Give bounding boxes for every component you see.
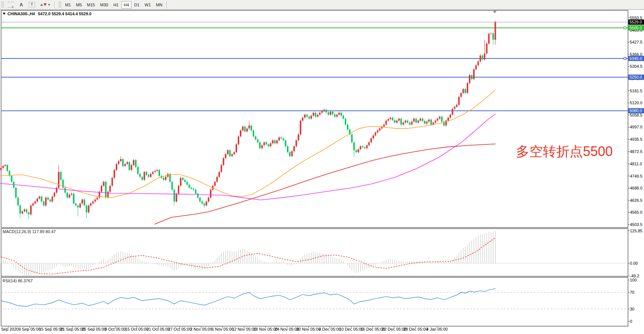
chart-canvas[interactable]: 5550.55489.05427.55366.05304.55243.05181… bbox=[0, 0, 644, 334]
timeframe-button-d1[interactable]: D1 bbox=[132, 1, 142, 9]
svg-text:15 Oct 05:00: 15 Oct 05:00 bbox=[125, 327, 149, 331]
toolbar-separator bbox=[166, 1, 168, 9]
svg-text:4 Jan 05:00: 4 Jan 05:00 bbox=[426, 327, 448, 331]
text-icon: A bbox=[20, 2, 23, 7]
svg-text:28 Dec 05:00: 28 Dec 05:00 bbox=[404, 327, 428, 331]
toolbar-grip[interactable] bbox=[1, 1, 4, 8]
arrows-tool-button[interactable] bbox=[38, 1, 52, 9]
macd-signal-line bbox=[1, 238, 495, 274]
svg-text:15 Sep 05:00: 15 Sep 05:00 bbox=[39, 327, 63, 331]
svg-text:3 Sep 2020: 3 Sep 2020 bbox=[0, 327, 19, 331]
ohlc-values: 5472.0 5529.4 5414.4 5529.0 bbox=[38, 12, 92, 16]
svg-text:24 Nov 05:00: 24 Nov 05:00 bbox=[275, 327, 299, 331]
svg-text:4565.0: 4565.0 bbox=[630, 210, 643, 214]
timeframe-button-h4[interactable]: H4 bbox=[121, 1, 131, 9]
ma-fast-orange-line bbox=[0, 90, 495, 198]
svg-text:125.85: 125.85 bbox=[630, 229, 643, 233]
svg-text:27 Oct 05:00: 27 Oct 05:00 bbox=[168, 327, 191, 331]
rsi-axis[interactable]: 10070300 bbox=[628, 278, 637, 324]
svg-text:10 Dec 05:00: 10 Dec 05:00 bbox=[339, 327, 363, 331]
svg-text:16 Dec 05:00: 16 Dec 05:00 bbox=[360, 327, 385, 331]
toolbar-separator bbox=[54, 1, 56, 9]
timeframe-button-m5[interactable]: M5 bbox=[74, 1, 84, 9]
chevron-down-icon bbox=[48, 4, 50, 6]
svg-text:4626.5: 4626.5 bbox=[630, 198, 643, 203]
timeframe-button-h1[interactable]: H1 bbox=[111, 1, 121, 9]
svg-text:21 Oct 05:00: 21 Oct 05:00 bbox=[147, 327, 170, 331]
text-tool-button[interactable]: A bbox=[17, 1, 26, 9]
collapse-triangle-icon bbox=[3, 13, 6, 15]
symbol-period-label: CHINA300-,H4 bbox=[7, 12, 35, 16]
timeframe-button-m15[interactable]: M15 bbox=[85, 1, 97, 9]
svg-text:70: 70 bbox=[630, 290, 634, 295]
svg-text:21 Sep 05:00: 21 Sep 05:00 bbox=[60, 327, 85, 331]
svg-text:30: 30 bbox=[630, 307, 634, 311]
svg-text:5550.5: 5550.5 bbox=[630, 16, 643, 20]
svg-text:30 Nov 05:00: 30 Nov 05:00 bbox=[296, 327, 321, 331]
svg-text:4749.5: 4749.5 bbox=[630, 174, 643, 178]
svg-text:4811.0: 4811.0 bbox=[630, 162, 642, 166]
svg-text:2 Nov 05:00: 2 Nov 05:00 bbox=[190, 327, 212, 331]
svg-text:22 Dec 05:00: 22 Dec 05:00 bbox=[382, 327, 406, 331]
annotation-text[interactable]: 多空转折点5500 bbox=[516, 144, 613, 159]
timeframe-button-m1[interactable]: M1 bbox=[63, 1, 73, 9]
chart-shift-marker-icon[interactable] bbox=[493, 11, 497, 13]
fibonacci-tool-button[interactable]: F bbox=[6, 1, 16, 9]
candle-wicks-layer bbox=[1, 21, 495, 219]
svg-text:5529.0: 5529.0 bbox=[629, 20, 642, 24]
svg-text:0: 0 bbox=[630, 319, 632, 324]
macd-axis[interactable]: 125.850.00-49.2 bbox=[628, 229, 643, 279]
svg-text:4935.5: 4935.5 bbox=[630, 137, 643, 141]
date-axis[interactable]: 3 Sep 20209 Sep 05:0015 Sep 05:0021 Sep … bbox=[0, 327, 448, 331]
rsi-line bbox=[1, 288, 495, 306]
svg-text:5427.5: 5427.5 bbox=[630, 40, 643, 44]
toolbar-grip[interactable] bbox=[58, 1, 61, 8]
svg-text:18 Nov 05:00: 18 Nov 05:00 bbox=[253, 327, 277, 331]
svg-text:4872.5: 4872.5 bbox=[630, 149, 643, 154]
svg-text:4 Dec 05:00: 4 Dec 05:00 bbox=[319, 327, 341, 331]
svg-text:5181.5: 5181.5 bbox=[630, 89, 643, 93]
price-axis[interactable]: 5550.55489.05427.55366.05304.55243.05181… bbox=[628, 16, 643, 227]
svg-text:5250.0: 5250.0 bbox=[629, 75, 642, 79]
svg-text:5120.0: 5120.0 bbox=[630, 101, 643, 105]
macd-indicator-label: MACD(12,26,9) 117.89 80.47 bbox=[3, 229, 56, 234]
toolbar: F A T M1M5M15M30H1H4D1W1MN bbox=[0, 0, 644, 10]
candle-bodies-layer bbox=[0, 22, 496, 214]
timeframe-group: M1M5M15M30H1H4D1W1MN bbox=[63, 1, 165, 9]
hline-5345.0[interactable] bbox=[1, 57, 628, 60]
svg-text:4503.5: 4503.5 bbox=[630, 222, 643, 227]
svg-text:9 Sep 05:00: 9 Sep 05:00 bbox=[19, 327, 41, 331]
timeframe-button-m30[interactable]: M30 bbox=[98, 1, 110, 9]
rsi-indicator-label: RSI(14) 86.3767 bbox=[3, 279, 33, 283]
chart-title[interactable]: CHINA300-,H4 5472.0 5529.4 5414.4 5529.0 bbox=[3, 12, 92, 16]
svg-text:100: 100 bbox=[630, 278, 637, 282]
panel-borders bbox=[1, 10, 628, 326]
svg-text:4688.0: 4688.0 bbox=[630, 186, 643, 190]
timeframe-button-w1[interactable]: W1 bbox=[143, 1, 153, 9]
label-icon: T bbox=[29, 2, 35, 8]
svg-text:9 Oct 05:00: 9 Oct 05:00 bbox=[105, 327, 126, 331]
svg-text:0.00: 0.00 bbox=[630, 261, 638, 265]
svg-text:4997.0: 4997.0 bbox=[630, 125, 643, 129]
svg-text:5058.5: 5058.5 bbox=[630, 113, 643, 117]
label-tool-button[interactable]: T bbox=[26, 1, 37, 9]
chart-window: F A T M1M5M15M30H1H4D1W1MN CHINA300-,H4 … bbox=[0, 0, 644, 334]
arrows-icon bbox=[40, 3, 47, 6]
timeframe-button-mn[interactable]: MN bbox=[154, 1, 165, 9]
rsi-levels bbox=[1, 292, 628, 309]
fibonacci-icon: F bbox=[8, 2, 14, 8]
svg-text:6 Nov 05:00: 6 Nov 05:00 bbox=[211, 327, 233, 331]
hline-5500.0[interactable] bbox=[1, 27, 628, 29]
svg-text:5080.0: 5080.0 bbox=[629, 108, 642, 113]
svg-text:12 Nov 05:00: 12 Nov 05:00 bbox=[232, 327, 256, 331]
macd-histogram bbox=[1, 231, 495, 276]
svg-text:5304.5: 5304.5 bbox=[630, 64, 643, 69]
ma-slow-red-line bbox=[154, 144, 495, 225]
svg-text:5345.0: 5345.0 bbox=[629, 56, 642, 61]
svg-text:5500.0: 5500.0 bbox=[629, 26, 642, 30]
svg-text:25 Sep 05:00: 25 Sep 05:00 bbox=[82, 327, 106, 331]
